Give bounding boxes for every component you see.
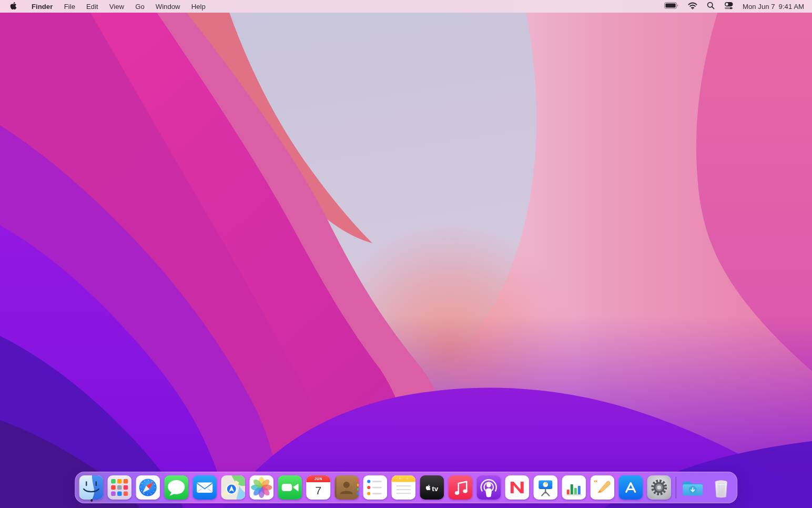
- menu-file[interactable]: File: [58, 0, 80, 13]
- calendar-day: 7: [306, 482, 330, 500]
- menu-help[interactable]: Help: [186, 0, 211, 13]
- calendar-month: JUN: [306, 475, 330, 482]
- menu-go[interactable]: Go: [130, 0, 150, 13]
- dock-item-reminders[interactable]: [363, 475, 387, 500]
- menu-app-name[interactable]: Finder: [26, 0, 58, 13]
- dock-item-pages[interactable]: “: [590, 475, 614, 500]
- search-icon: [707, 2, 715, 11]
- menu-edit[interactable]: Edit: [81, 0, 104, 13]
- menu-label-edit: Edit: [86, 3, 98, 11]
- dock-item-appstore[interactable]: [618, 475, 643, 500]
- battery-icon: [664, 2, 678, 11]
- wifi-icon: [688, 2, 697, 11]
- menu-label-file: File: [64, 3, 75, 11]
- dock-item-keynote[interactable]: [533, 475, 557, 500]
- menu-view[interactable]: View: [104, 0, 129, 13]
- finder-running-indicator: [90, 499, 93, 502]
- menu-label-view: View: [109, 3, 124, 11]
- dock-item-trash[interactable]: [709, 475, 733, 500]
- dock-separator: [675, 476, 676, 499]
- dock-item-downloads[interactable]: [681, 475, 705, 500]
- clock-date: Mon Jun 7: [743, 3, 775, 11]
- menu-window[interactable]: Window: [150, 0, 186, 13]
- wifi-status[interactable]: [683, 0, 702, 13]
- spotlight-search[interactable]: [702, 0, 719, 13]
- dock-item-launchpad[interactable]: [107, 475, 131, 500]
- dock-item-podcasts[interactable]: [476, 475, 501, 500]
- dock-item-numbers[interactable]: [562, 475, 586, 500]
- dock-item-contacts[interactable]: [334, 475, 359, 500]
- menu-bar: Finder File Edit View Go Window Help: [0, 0, 812, 13]
- dock-item-tv[interactable]: tv: [420, 475, 444, 500]
- wallpaper-monterey: [0, 0, 812, 508]
- dock-item-news[interactable]: [505, 475, 529, 500]
- menu-label-window: Window: [156, 3, 180, 11]
- dock-item-mail[interactable]: [192, 475, 217, 500]
- dock-item-notes[interactable]: [391, 475, 415, 500]
- clock-time: 9:41 AM: [779, 3, 804, 11]
- control-center-icon: [724, 2, 734, 11]
- dock: JUN 7: [75, 472, 737, 503]
- control-center[interactable]: [719, 0, 738, 13]
- apple-logo-icon: [10, 2, 17, 12]
- dock-item-music[interactable]: [448, 475, 472, 500]
- dock-item-facetime[interactable]: [278, 475, 302, 500]
- menu-label-go: Go: [135, 3, 145, 11]
- menu-label-finder: Finder: [32, 3, 53, 11]
- dock-item-finder[interactable]: [79, 475, 103, 500]
- apple-menu[interactable]: [0, 0, 26, 13]
- dock-item-calendar[interactable]: JUN 7: [306, 475, 330, 500]
- menubar-clock[interactable]: Mon Jun 7 9:41 AM: [738, 3, 804, 11]
- dock-item-safari[interactable]: [136, 475, 160, 500]
- dock-item-photos[interactable]: [249, 475, 273, 500]
- pages-quote-glyph: “: [594, 478, 598, 486]
- dock-item-maps[interactable]: [221, 475, 245, 500]
- dock-item-system-preferences[interactable]: [647, 475, 671, 500]
- battery-status[interactable]: [659, 0, 683, 13]
- menu-label-help: Help: [191, 3, 206, 11]
- tv-label: tv: [432, 485, 438, 493]
- desktop: Finder File Edit View Go Window Help: [0, 0, 812, 508]
- dock-item-messages[interactable]: [164, 475, 188, 500]
